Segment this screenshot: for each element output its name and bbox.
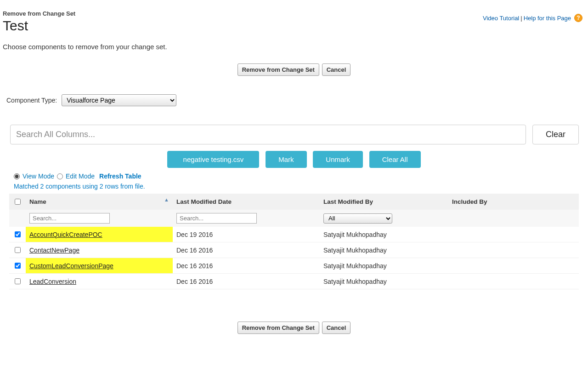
row-included-by xyxy=(448,227,579,242)
table-row: ContactNewPageDec 16 2016Satyajit Mukhop… xyxy=(9,242,579,258)
top-action-bar: Remove from Change Set Cancel xyxy=(3,63,585,76)
select-all-checkbox[interactable] xyxy=(15,199,21,205)
view-mode-label[interactable]: View Mode xyxy=(23,172,54,180)
csv-file-button[interactable]: negative testing.csv xyxy=(167,151,259,168)
row-name-link[interactable]: CustomLeadConversionPage xyxy=(29,262,113,270)
remove-from-changeset-button-bottom[interactable]: Remove from Change Set xyxy=(237,322,319,334)
link-help-page[interactable]: Help for this Page xyxy=(524,15,571,22)
search-all-columns-input[interactable] xyxy=(10,125,526,144)
cancel-button-bottom[interactable]: Cancel xyxy=(322,322,351,334)
view-mode-radio[interactable] xyxy=(14,173,20,179)
col-header-included-by[interactable]: Included By xyxy=(448,194,579,210)
component-type-select[interactable]: Visualforce Page xyxy=(62,94,176,106)
csv-action-row: negative testing.csv Mark Unmark Clear A… xyxy=(3,151,585,168)
row-date: Dec 16 2016 xyxy=(173,274,320,289)
col-header-last-modified-by[interactable]: Last Modified By xyxy=(320,194,448,210)
row-by: Satyajit Mukhopadhay xyxy=(320,227,448,242)
row-date: Dec 16 2016 xyxy=(173,258,320,274)
unmark-button[interactable]: Unmark xyxy=(313,151,363,168)
row-checkbox[interactable] xyxy=(15,263,21,269)
col-header-name[interactable]: Name▲ xyxy=(26,194,173,210)
row-name-link[interactable]: AccountQuickCreatePOC xyxy=(29,231,102,238)
sort-asc-icon: ▲ xyxy=(164,197,169,202)
cancel-button[interactable]: Cancel xyxy=(322,63,351,76)
edit-mode-label[interactable]: Edit Mode xyxy=(66,172,95,180)
clear-search-button[interactable]: Clear xyxy=(532,125,579,144)
row-included-by xyxy=(448,258,579,274)
row-by: Satyajit Mukhopadhay xyxy=(320,258,448,274)
edit-mode-radio[interactable] xyxy=(57,173,63,179)
clear-all-button[interactable]: Clear All xyxy=(369,151,421,168)
col-header-last-modified-date[interactable]: Last Modified Date xyxy=(173,194,320,210)
page-title: Test xyxy=(3,18,75,34)
page-eyebrow: Remove from Change Set xyxy=(3,10,75,17)
row-included-by xyxy=(448,274,579,289)
bottom-action-bar: Remove from Change Set Cancel xyxy=(3,322,585,334)
row-checkbox[interactable] xyxy=(15,247,21,253)
component-type-label: Component Type: xyxy=(6,97,57,104)
refresh-table-link[interactable]: Refresh Table xyxy=(99,172,141,180)
remove-from-changeset-button[interactable]: Remove from Change Set xyxy=(237,63,319,76)
filter-date-input[interactable] xyxy=(176,213,257,224)
row-checkbox[interactable] xyxy=(15,278,21,284)
row-checkbox[interactable] xyxy=(15,231,21,237)
row-name-link[interactable]: LeadConversion xyxy=(29,278,76,285)
separator: | xyxy=(520,15,522,22)
table-row: AccountQuickCreatePOCDec 19 2016Satyajit… xyxy=(9,227,579,242)
help-icon[interactable]: ? xyxy=(574,14,582,22)
row-by: Satyajit Mukhopadhay xyxy=(320,274,448,289)
row-by: Satyajit Mukhopadhay xyxy=(320,242,448,258)
filter-name-input[interactable] xyxy=(29,213,110,224)
components-table: Name▲ Last Modified Date Last Modified B… xyxy=(9,194,579,289)
table-row: CustomLeadConversionPageDec 16 2016Satya… xyxy=(9,258,579,274)
table-row: LeadConversionDec 16 2016Satyajit Mukhop… xyxy=(9,274,579,289)
row-date: Dec 19 2016 xyxy=(173,227,320,242)
mark-button[interactable]: Mark xyxy=(266,151,306,168)
page-intro: Choose components to remove from your ch… xyxy=(3,43,585,51)
filter-by-select[interactable]: All xyxy=(323,213,392,224)
row-name-link[interactable]: ContactNewPage xyxy=(29,247,79,254)
matched-summary: Matched 2 components using 2 rows from f… xyxy=(14,183,585,190)
row-included-by xyxy=(448,242,579,258)
link-video-tutorial[interactable]: Video Tutorial xyxy=(483,15,519,22)
row-date: Dec 16 2016 xyxy=(173,242,320,258)
